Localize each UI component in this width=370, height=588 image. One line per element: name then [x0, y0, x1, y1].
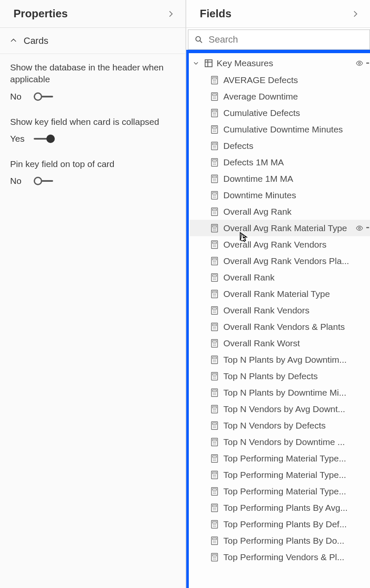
svg-point-155	[215, 376, 216, 377]
svg-point-170	[214, 409, 215, 410]
field-item[interactable]: Overall Avg Rank Material Type···	[190, 220, 370, 236]
svg-point-114	[214, 294, 215, 295]
measure-icon	[210, 355, 219, 364]
field-item[interactable]: Downtime Minutes	[190, 187, 370, 203]
field-item[interactable]: Cumulative Downtime Minutes	[190, 121, 370, 138]
field-item[interactable]: Overall Rank Vendors & Plants	[190, 318, 370, 335]
field-item[interactable]: Downtime 1M MA	[190, 170, 370, 187]
svg-point-182	[215, 427, 216, 428]
svg-point-48	[213, 162, 214, 163]
field-item[interactable]: Average Downtime	[190, 88, 370, 105]
chevron-right-icon[interactable]	[351, 9, 360, 19]
svg-point-137	[213, 343, 214, 344]
field-item[interactable]: Overall Avg Rank Vendors Pla...	[190, 253, 370, 269]
prop-pin-key-field-toggle[interactable]	[34, 176, 56, 186]
field-item[interactable]: Top N Plants by Defects	[190, 368, 370, 384]
field-item[interactable]: Defects 1M MA	[190, 154, 370, 170]
svg-point-27	[213, 114, 214, 115]
table-icon	[204, 59, 213, 68]
field-item[interactable]: Top N Vendors by Defects	[190, 417, 370, 434]
field-item[interactable]: Top N Vendors by Downtime ...	[190, 434, 370, 450]
field-item[interactable]: Top Performing Material Type...	[190, 483, 370, 499]
cards-section-header[interactable]: Cards	[0, 28, 185, 54]
svg-point-129	[213, 327, 214, 328]
properties-header[interactable]: Properties	[0, 0, 185, 28]
measure-icon	[210, 174, 219, 183]
svg-point-205	[214, 476, 215, 477]
field-label: Top Performing Plants By Avg...	[223, 503, 368, 513]
field-item[interactable]: Overall Rank Material Type	[190, 286, 370, 302]
field-item[interactable]: Top Performing Material Type...	[190, 467, 370, 483]
field-item[interactable]: Top Performing Plants By Def...	[190, 516, 370, 532]
prop-show-key-field-label: Show key field when card is collapsed	[10, 116, 175, 128]
eye-icon[interactable]	[356, 224, 363, 232]
svg-point-32	[213, 129, 214, 130]
svg-point-12	[214, 81, 215, 82]
prop-show-database-toggle[interactable]	[34, 92, 56, 101]
chevron-right-icon[interactable]	[166, 9, 175, 19]
svg-point-140	[213, 345, 214, 345]
svg-rect-23	[212, 110, 216, 112]
field-item[interactable]: Cumulative Defects	[190, 105, 370, 121]
field-item[interactable]: Overall Rank Worst	[190, 335, 370, 351]
svg-rect-112	[212, 291, 216, 293]
field-item[interactable]: Top N Plants by Avg Downtim...	[190, 351, 370, 368]
chevron-down-icon	[192, 59, 201, 67]
svg-line-1	[200, 41, 202, 43]
svg-point-203	[215, 475, 216, 476]
svg-point-90	[214, 245, 215, 245]
measure-icon	[210, 92, 219, 101]
svg-point-85	[215, 229, 216, 230]
search-input[interactable]: Search	[188, 30, 370, 50]
field-item[interactable]: Overall Avg Rank	[190, 203, 370, 220]
svg-point-165	[214, 394, 215, 395]
field-item[interactable]: Overall Avg Rank Vendors	[190, 236, 370, 253]
svg-point-40	[213, 146, 214, 147]
field-item[interactable]: Top Performing Plants By Avg...	[190, 499, 370, 516]
svg-point-196	[213, 460, 214, 461]
measure-icon	[210, 108, 219, 118]
svg-point-76	[214, 213, 215, 214]
field-item[interactable]: Defects	[190, 138, 370, 154]
prop-show-key-field-toggle[interactable]	[34, 134, 56, 143]
svg-point-197	[214, 460, 215, 461]
field-item[interactable]: Top N Plants by Downtime Mi...	[190, 384, 370, 401]
prop-pin-key-field-label: Pin key field on top of card	[10, 158, 175, 170]
svg-point-36	[214, 131, 215, 132]
field-item[interactable]: Top Performing Vendors & Pl...	[190, 549, 370, 565]
svg-point-68	[214, 197, 215, 197]
svg-rect-63	[212, 192, 216, 194]
svg-point-91	[215, 245, 216, 245]
svg-point-198	[215, 460, 216, 461]
table-key-measures[interactable]: Key Measures ···	[190, 55, 370, 72]
svg-point-19	[213, 98, 214, 99]
field-item[interactable]: Overall Rank Vendors	[190, 302, 370, 318]
fields-area: Key Measures ··· AVERAGE DefectsAverage …	[186, 50, 370, 588]
search-icon	[194, 35, 204, 44]
field-item[interactable]: AVERAGE Defects	[190, 72, 370, 88]
svg-point-102	[215, 262, 216, 263]
svg-point-93	[214, 246, 215, 247]
field-item[interactable]: Overall Rank	[190, 269, 370, 286]
svg-point-154	[214, 376, 215, 377]
more-icon[interactable]: ···	[366, 224, 368, 232]
svg-point-193	[213, 459, 214, 459]
fields-header[interactable]: Fields	[186, 0, 370, 28]
more-icon[interactable]: ···	[366, 59, 368, 68]
svg-point-108	[213, 279, 214, 280]
svg-point-28	[214, 114, 215, 115]
field-item[interactable]: Top Performing Material Type...	[190, 450, 370, 467]
field-item[interactable]: Top N Vendors by Avg Downt...	[190, 401, 370, 417]
svg-point-148	[213, 361, 214, 362]
svg-rect-224	[212, 521, 216, 523]
svg-point-237	[214, 542, 215, 543]
field-item[interactable]: Top Performing Plants By Do...	[190, 532, 370, 549]
svg-point-9	[214, 80, 215, 81]
svg-point-150	[215, 361, 216, 362]
svg-point-173	[214, 410, 215, 411]
row-actions[interactable]: ···	[356, 59, 368, 68]
measure-icon	[210, 405, 219, 414]
eye-icon[interactable]	[356, 59, 363, 67]
svg-point-42	[215, 146, 216, 147]
row-actions[interactable]: ···	[356, 224, 368, 232]
